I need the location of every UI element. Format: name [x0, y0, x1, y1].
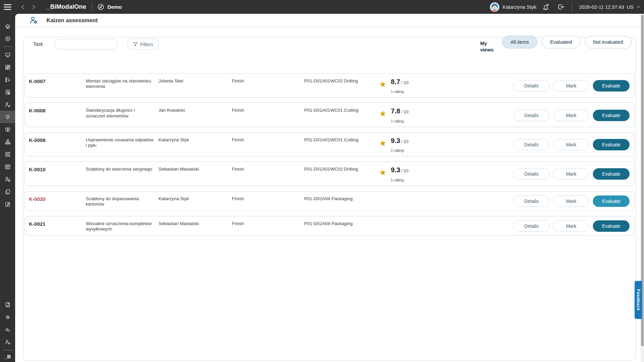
user-avatar[interactable]	[490, 2, 499, 12]
sidebar-item-schedule[interactable]	[0, 160, 15, 173]
row-actions: Details Mark Evaluate	[513, 195, 630, 207]
sidebar-item-settings[interactable]	[0, 311, 15, 323]
rating-count: 1 rating	[391, 89, 409, 94]
mark-button[interactable]: Mark	[553, 80, 589, 92]
sidebar-item-person-edit[interactable]	[0, 98, 15, 111]
back-arrow-icon[interactable]	[20, 4, 26, 10]
app-logo[interactable]: _BiModalOne	[47, 3, 86, 10]
row-actions: Details Mark Evaluate	[513, 110, 630, 121]
mark-button[interactable]: Mark	[553, 168, 589, 180]
sidebar-item-home[interactable]	[0, 20, 15, 32]
sidebar-item-documents[interactable]	[0, 185, 15, 198]
sidebar-item-settings-edit[interactable]	[0, 323, 15, 336]
task-description: Szablony do wiercenia seryjnego	[86, 166, 158, 182]
task-id: K-0007	[25, 78, 86, 94]
task-work-center: P01-D01A01WC01 Cutting	[304, 137, 379, 153]
view-pill-not-evaluated[interactable]: Not evaluated	[585, 36, 632, 48]
page-title: Kaizen assessment	[46, 17, 98, 24]
locale-value: US	[627, 4, 634, 10]
sidebar-item-add[interactable]	[0, 32, 15, 45]
star-icon: ★	[379, 110, 387, 118]
mark-button[interactable]: Mark	[553, 139, 589, 150]
star-icon: ★	[379, 169, 387, 177]
forward-arrow-icon[interactable]	[31, 4, 37, 10]
rating-block: ★ 7.8 / 10 1 rating	[379, 107, 465, 123]
kaizen-rows: K-0007 Montaż odciągów na stanowisku wie…	[25, 73, 634, 236]
task-description: Standaryzacja długości i oznaczeń elemen…	[86, 107, 158, 123]
mark-button[interactable]: Mark	[553, 195, 589, 207]
sidebar-item-person-clock[interactable]	[0, 173, 15, 185]
filter-controls: Task Filters My views All items Evaluate…	[33, 38, 632, 53]
sidebar-item-dashboard[interactable]	[0, 61, 15, 73]
chevron-down-icon	[636, 5, 641, 9]
notifications-bell-icon[interactable]	[542, 3, 549, 11]
datetime-selector[interactable]: 2026-02-11 12:37:43 US	[579, 4, 641, 10]
details-button[interactable]: Details	[513, 168, 549, 180]
sidebar-divider	[3, 350, 12, 350]
mark-button[interactable]: Mark	[553, 220, 589, 232]
view-pills: All items Evaluated Not evaluated	[502, 36, 632, 48]
hamburger-menu-icon[interactable]	[0, 3, 15, 11]
view-pill-evaluated[interactable]: Evaluated	[542, 36, 580, 48]
view-pill-all-items[interactable]: All items	[502, 36, 537, 48]
environment-badge[interactable]: Demo	[97, 3, 122, 10]
logout-icon[interactable]	[557, 3, 565, 11]
details-button[interactable]: Details	[513, 220, 549, 232]
sidebar-item-manual[interactable]	[0, 298, 15, 311]
sidebar: _B	[0, 14, 15, 362]
details-button[interactable]: Details	[513, 80, 549, 92]
details-button[interactable]: Details	[513, 110, 549, 121]
sidebar-item-task-list[interactable]	[0, 73, 15, 86]
rating-count: 1 rating	[391, 178, 409, 182]
sidebar-item-document-check[interactable]	[0, 86, 15, 98]
score-max: / 10	[401, 109, 408, 115]
sidebar-item-monitor-gear[interactable]	[0, 123, 15, 136]
star-icon: ★	[379, 80, 387, 88]
kaizen-row: K-0008 Standaryzacja długości i oznaczeń…	[25, 103, 634, 127]
score-value: 7.8	[391, 107, 400, 115]
evaluate-button[interactable]: Evaluate	[593, 168, 630, 180]
user-name[interactable]: Katarzyna Styk	[502, 4, 536, 10]
sidebar-item-monitor[interactable]	[0, 48, 15, 61]
details-button[interactable]: Details	[513, 139, 549, 150]
task-search-input[interactable]	[54, 39, 118, 49]
evaluate-button[interactable]: Evaluate	[593, 139, 630, 150]
task-work-center: P01-D02A04 Packaging	[304, 195, 379, 207]
evaluate-button[interactable]: Evaluate	[593, 220, 630, 232]
task-description: Montaż odciągów na stanowisku wiercenia	[86, 78, 158, 94]
score-value: 8.7	[391, 78, 400, 86]
evaluate-button[interactable]: Evaluate	[593, 80, 630, 92]
task-status: Finish	[232, 137, 304, 153]
sidebar-item-kaizen[interactable]	[0, 111, 15, 123]
task-work-center: P01-D02A04 Packaging	[304, 220, 379, 232]
sidebar-item-hierarchy[interactable]	[0, 136, 15, 148]
kaizen-panel: Task Filters My views All items Evaluate…	[23, 37, 636, 361]
mark-button[interactable]: Mark	[553, 110, 589, 121]
page-header: Kaizen assessment	[15, 14, 644, 27]
row-actions: Details Mark Evaluate	[513, 80, 630, 92]
sidebar-item-note-edit[interactable]	[0, 198, 15, 210]
topbar: _BiModalOne Demo	[0, 0, 644, 14]
history-nav	[20, 4, 37, 10]
details-button[interactable]: Details	[513, 195, 549, 207]
compass-icon	[97, 3, 104, 10]
task-person: Jan Kowalski	[158, 107, 232, 123]
environment-label: Demo	[107, 4, 122, 10]
rating-count: 1 rating	[391, 148, 409, 153]
task-id: K-0008	[25, 107, 86, 123]
sidebar-item-user-settings[interactable]	[0, 336, 15, 348]
task-status: Finish	[232, 166, 304, 182]
feedback-tab[interactable]: Feedback	[635, 281, 642, 319]
evaluate-button[interactable]: Evaluate	[593, 195, 630, 207]
evaluate-button[interactable]: Evaluate	[593, 110, 630, 121]
topbar-divider	[92, 2, 92, 12]
kaizen-row: K-0021 Wizualne oznaczenia kompletów wys…	[25, 216, 634, 236]
row-actions: Details Mark Evaluate	[513, 168, 630, 180]
task-status: Finish	[232, 78, 304, 94]
my-views-label: My views	[480, 40, 496, 53]
filters-button[interactable]: Filters	[127, 39, 159, 50]
sidebar-item-modules[interactable]	[0, 148, 15, 160]
star-icon: ★	[379, 139, 387, 147]
sidebar-logo[interactable]: _B	[4, 352, 11, 361]
score-value: 9.3	[391, 166, 400, 174]
